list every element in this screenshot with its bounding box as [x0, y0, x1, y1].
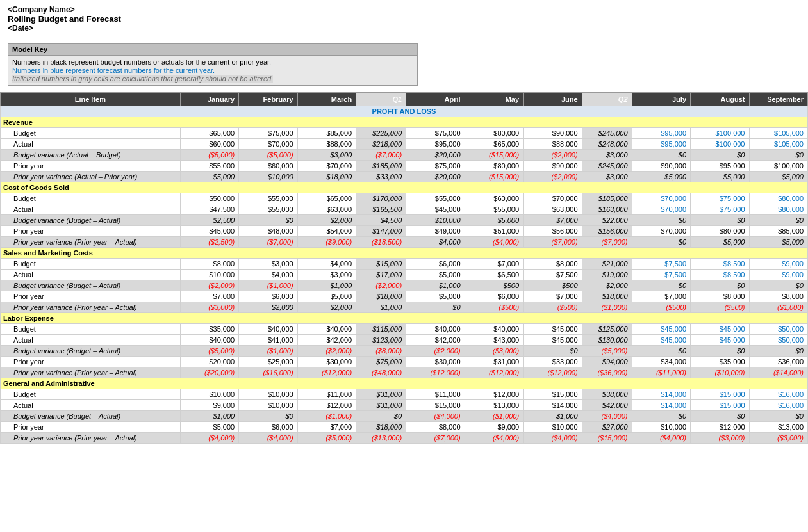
cell-3-4-5: ($500)	[465, 302, 523, 313]
cell-2-4-7: ($7,000)	[582, 237, 632, 248]
cell-4-2-3: ($8,000)	[356, 346, 406, 357]
cell-4-3-7: $94,000	[582, 357, 632, 367]
cell-1-4-7: $3,000	[582, 172, 632, 182]
cell-2-3-5: $51,000	[465, 226, 523, 237]
cell-4-3-8: $34,000	[632, 357, 690, 367]
cell-5-3-2: $7,000	[297, 422, 356, 433]
cell-4-0-8: $45,000	[632, 324, 690, 335]
cell-2-4-0: ($2,500)	[180, 237, 238, 248]
cell-4-1-6: $45,000	[524, 335, 582, 346]
cell-1-4-10: $5,000	[749, 172, 808, 182]
cell-3-1-0: $10,000	[180, 270, 238, 280]
cell-1-0-9: $100,000	[691, 128, 749, 139]
cell-2-1-0: $47,500	[180, 204, 238, 215]
col-header-september: September	[749, 93, 808, 106]
cell-4-2-0: ($5,000)	[180, 346, 238, 357]
row-2-0: Budget$50,000$55,000$65,000$170,000$55,0…	[1, 193, 808, 204]
cell-2-0-5: $60,000	[465, 193, 523, 204]
cell-3-3-10: $8,000	[749, 291, 808, 302]
cell-3-0-0: $8,000	[180, 259, 238, 270]
label-5-4: Prior year variance (Prior year – Actual…	[1, 433, 181, 444]
cell-4-1-5: $43,000	[465, 335, 523, 346]
cell-4-1-3: $123,000	[356, 335, 406, 346]
cell-5-2-10: $0	[749, 411, 808, 422]
cell-2-4-10: $5,000	[749, 237, 808, 248]
cell-4-3-5: $31,000	[465, 357, 523, 367]
label-2-4: Prior year variance (Prior year – Actual…	[1, 237, 181, 248]
label-2-3: Prior year	[1, 226, 181, 237]
cell-4-3-3: $75,000	[356, 357, 406, 367]
cell-2-0-8: $70,000	[632, 193, 690, 204]
label-5-1: Actual	[1, 400, 181, 411]
cell-4-2-4: ($2,000)	[406, 346, 465, 357]
cell-5-1-7: $42,000	[582, 400, 632, 411]
cell-1-3-3: $185,000	[356, 161, 406, 172]
cell-1-0-10: $105,000	[749, 128, 808, 139]
cell-1-2-1: ($5,000)	[239, 150, 297, 161]
cell-2-3-3: $147,000	[356, 226, 406, 237]
cell-1-4-4: $20,000	[406, 172, 465, 182]
cell-4-2-5: ($3,000)	[465, 346, 523, 357]
cell-2-2-5: $5,000	[465, 215, 523, 226]
cell-1-2-6: ($2,000)	[524, 150, 582, 161]
cell-4-1-0: $40,000	[180, 335, 238, 346]
cell-5-3-1: $6,000	[239, 422, 297, 433]
cell-5-1-1: $10,000	[239, 400, 297, 411]
cell-2-2-9: $0	[691, 215, 749, 226]
section-header-4: Labor Expense	[1, 313, 808, 324]
section-header-5: General and Administrative	[1, 378, 808, 389]
cell-3-1-3: $17,000	[356, 270, 406, 280]
cell-3-2-1: ($1,000)	[239, 280, 297, 291]
cell-2-1-2: $63,000	[297, 204, 356, 215]
cell-1-2-4: $20,000	[406, 150, 465, 161]
cell-5-1-6: $14,000	[524, 400, 582, 411]
cell-5-1-3: $31,000	[356, 400, 406, 411]
cell-1-1-1: $70,000	[239, 139, 297, 150]
cell-5-4-2: ($5,000)	[297, 433, 356, 444]
cell-2-0-2: $65,000	[297, 193, 356, 204]
model-key-body: Numbers in black represent budget number…	[8, 56, 417, 85]
cell-1-4-2: $18,000	[297, 172, 356, 182]
cell-1-3-9: $95,000	[691, 161, 749, 172]
cell-2-0-7: $185,000	[582, 193, 632, 204]
model-key-line-3: Italicized numbers in gray cells are cal…	[12, 75, 413, 83]
cell-5-0-2: $11,000	[297, 389, 356, 400]
cell-4-0-5: $40,000	[465, 324, 523, 335]
cell-1-0-6: $90,000	[524, 128, 582, 139]
cell-2-4-4: $4,000	[406, 237, 465, 248]
cell-4-0-9: $45,000	[691, 324, 749, 335]
budget-table: Line Item January February March Q1 Apri…	[0, 92, 808, 444]
cell-2-3-9: $80,000	[691, 226, 749, 237]
cell-2-4-1: ($7,000)	[239, 237, 297, 248]
cell-3-2-8: $0	[632, 280, 690, 291]
cell-3-4-0: ($3,000)	[180, 302, 238, 313]
cell-4-3-4: $30,000	[406, 357, 465, 367]
cell-3-3-5: $6,000	[465, 291, 523, 302]
cell-2-3-7: $156,000	[582, 226, 632, 237]
col-header-q1: Q1	[356, 93, 406, 106]
cell-3-3-7: $18,000	[582, 291, 632, 302]
cell-3-2-2: $1,000	[297, 280, 356, 291]
cell-4-0-0: $35,000	[180, 324, 238, 335]
cell-4-2-9: $0	[691, 346, 749, 357]
label-2-2: Budget variance (Budget – Actual)	[1, 215, 181, 226]
cell-2-1-10: $80,000	[749, 204, 808, 215]
company-name: <Company Name>	[8, 5, 800, 14]
cell-1-4-8: $5,000	[632, 172, 690, 182]
cell-4-1-1: $41,000	[239, 335, 297, 346]
cell-4-3-1: $25,000	[239, 357, 297, 367]
cell-2-4-2: ($9,000)	[297, 237, 356, 248]
row-2-3: Prior year$45,000$48,000$54,000$147,000$…	[1, 226, 808, 237]
cell-3-2-0: ($2,000)	[180, 280, 238, 291]
cell-2-2-2: $2,000	[297, 215, 356, 226]
cell-1-4-5: ($15,000)	[465, 172, 523, 182]
cell-3-1-5: $6,500	[465, 270, 523, 280]
cell-1-3-4: $75,000	[406, 161, 465, 172]
model-key: Model Key Numbers in black represent bud…	[8, 43, 418, 86]
cell-4-2-2: ($2,000)	[297, 346, 356, 357]
cell-3-2-4: $1,000	[406, 280, 465, 291]
cell-1-0-2: $85,000	[297, 128, 356, 139]
cell-2-1-8: $70,000	[632, 204, 690, 215]
model-key-line-1: Numbers in black represent budget number…	[12, 58, 413, 66]
cell-2-0-3: $170,000	[356, 193, 406, 204]
